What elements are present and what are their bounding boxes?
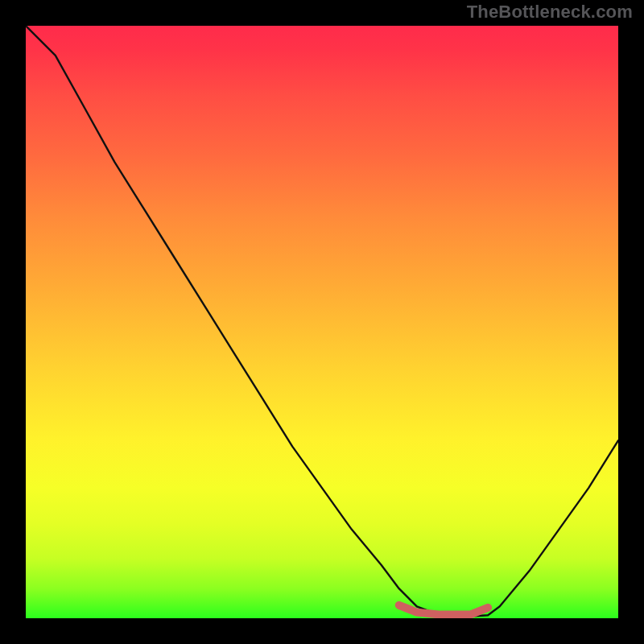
curve-svg — [26, 26, 618, 618]
chart-frame: TheBottleneck.com — [0, 0, 644, 644]
plot-area — [26, 26, 618, 618]
main-curve — [26, 26, 618, 617]
optimal-marker — [399, 605, 488, 615]
watermark-text: TheBottleneck.com — [467, 2, 633, 23]
